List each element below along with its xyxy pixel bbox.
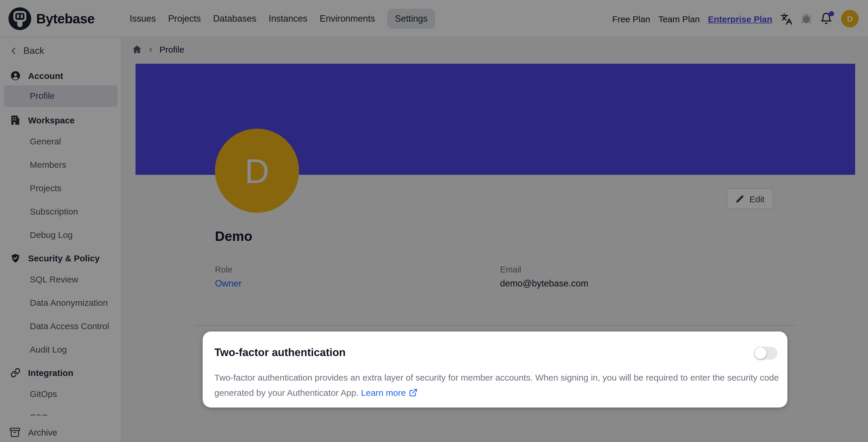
bytebase-app: Profile D Edit Demo Role Owner Email dem… — [0, 0, 868, 442]
two-factor-title: Two-factor authentication — [214, 346, 346, 359]
learn-more-link[interactable]: Learn more — [361, 388, 417, 397]
external-link-icon — [409, 388, 417, 397]
two-factor-description: Two-factor authentication provides an ex… — [214, 370, 774, 401]
description-line-1: Two-factor authentication provides an ex… — [214, 370, 774, 385]
two-factor-toggle[interactable] — [754, 347, 777, 359]
toggle-knob — [755, 347, 766, 359]
description-line-2: generated by your Authenticator App. Lea… — [214, 385, 774, 401]
two-factor-card: Two-factor authentication Two-factor aut… — [203, 331, 787, 408]
